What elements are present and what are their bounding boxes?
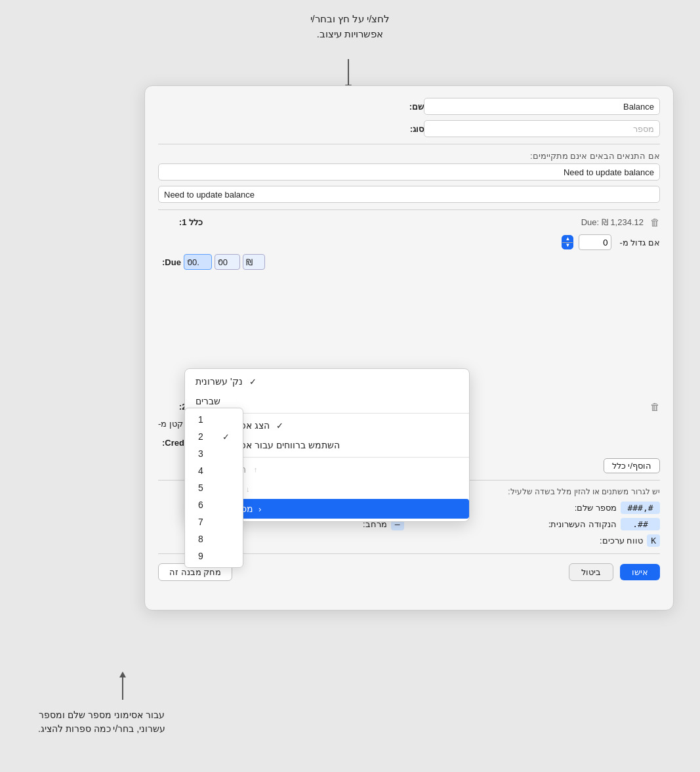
tooltip-bottom-text: עבור אסימוני מספר שלם ומספר עשרוני, בחר/… bbox=[38, 710, 165, 734]
format-range-label: טווח ערכים: bbox=[584, 536, 643, 546]
add-rule-button[interactable]: הוסף/י כלל bbox=[604, 458, 660, 473]
type-row: סוג: bbox=[158, 120, 660, 137]
rule1-due-row: ₪ 00 .00 Due: bbox=[158, 254, 660, 270]
main-panel: שם: סוג: אם התנאים הבאים אינם מתקיימים: … bbox=[144, 85, 674, 611]
condition-value-row: Need to update balance bbox=[158, 186, 660, 203]
menu-check-trailing-zeros: ✓ bbox=[275, 421, 285, 431]
tooltip-top-arrow bbox=[348, 59, 349, 85]
rule1-minutes-select[interactable]: 00 bbox=[215, 254, 240, 270]
rule1-currency-select[interactable]: ₪ bbox=[243, 254, 265, 270]
menu-label-decimal: נק' עשרונית bbox=[196, 376, 243, 387]
format-decimal-badge[interactable]: ##. bbox=[621, 518, 660, 530]
condition-label: אם התנאים הבאים אינם מתקיימים: bbox=[158, 151, 660, 161]
tooltip-top-line2: אפשרויות עיצוב. bbox=[317, 28, 383, 39]
rule1-currency-select-wrap: ₪ bbox=[243, 254, 265, 270]
name-row: שם: bbox=[158, 98, 660, 115]
rule1-label: כלל 1: bbox=[163, 217, 203, 227]
tooltip-bottom-arrow bbox=[122, 677, 123, 700]
format-full-number-label: מספר שלם: bbox=[558, 503, 617, 513]
rule1-if-label: אם גדול מ- bbox=[619, 238, 660, 247]
rule1-stepper[interactable]: ▲ ▼ bbox=[562, 235, 573, 249]
menu-label-fractions: שברים bbox=[196, 396, 220, 406]
format-range: K טווח ערכים: bbox=[415, 534, 661, 547]
type-input[interactable] bbox=[424, 120, 660, 137]
menu-item-decimal[interactable]: ✓ נק' עשרונית bbox=[185, 372, 469, 391]
picker-item-3[interactable]: 3 bbox=[185, 445, 243, 462]
rule1-header: 🗑 Due: ₪ 1,234.12 כלל 1: bbox=[158, 217, 660, 228]
cancel-button[interactable]: ביטול bbox=[569, 563, 613, 581]
rule1-minutes-select-wrap: 00 bbox=[215, 254, 240, 270]
rule1-due-text: Due: ₪ 1,234.12 bbox=[581, 217, 644, 227]
menu-check-decimal: ✓ bbox=[248, 377, 258, 387]
rule1-condition-row: אם גדול מ- ▲ ▼ bbox=[158, 230, 660, 250]
picker-item-6[interactable]: 6 bbox=[185, 496, 243, 513]
rule2-trash-icon[interactable]: 🗑 bbox=[650, 401, 660, 412]
remove-digit-arrow-icon: ↓ bbox=[246, 485, 250, 493]
format-decimal-label: הנקודה העשרונית: bbox=[548, 519, 617, 529]
rule1-due-label: Due: bbox=[162, 257, 181, 267]
condition-input[interactable] bbox=[158, 163, 660, 181]
condition-row bbox=[158, 163, 660, 181]
rule1-trash-icon[interactable]: 🗑 bbox=[650, 217, 660, 228]
picker-check-2: ✓ bbox=[222, 432, 230, 442]
rule1-decimal-select[interactable]: .00 bbox=[184, 254, 212, 270]
tooltip-top-line1: לחצ/י על חץ ובחר/י bbox=[310, 13, 390, 24]
name-input[interactable] bbox=[424, 98, 660, 115]
picker-item-2[interactable]: 2 ✓ bbox=[185, 428, 243, 445]
rule1-stepper-down[interactable]: ▼ bbox=[562, 243, 573, 249]
picker-item-5[interactable]: 5 bbox=[185, 479, 243, 496]
name-label: שם: bbox=[384, 102, 424, 112]
format-range-badge[interactable]: K bbox=[647, 534, 660, 547]
picker-item-7[interactable]: 7 bbox=[185, 513, 243, 530]
confirm-button[interactable]: אישו bbox=[620, 564, 660, 580]
condition-display: Need to update balance bbox=[158, 186, 660, 203]
rule1-stepper-up[interactable]: ▲ bbox=[562, 236, 573, 243]
add-digit-arrow-icon: ↑ bbox=[254, 465, 258, 473]
tooltip-top: לחצ/י על חץ ובחר/י אפשרויות עיצוב. bbox=[249, 12, 451, 41]
tooltip-bottom: עבור אסימוני מספר שלם ומספר עשרוני, בחר/… bbox=[26, 708, 177, 736]
number-picker: 1 2 ✓ 3 4 5 6 7 8 9 bbox=[184, 408, 243, 568]
format-full-number-badge[interactable]: #,### bbox=[621, 502, 660, 514]
picker-item-8[interactable]: 8 bbox=[185, 530, 243, 547]
submenu-arrow-icon: ‹ bbox=[258, 504, 261, 514]
type-label: סוג: bbox=[384, 124, 424, 134]
picker-item-9[interactable]: 9 bbox=[185, 547, 243, 565]
picker-item-1[interactable]: 1 bbox=[185, 411, 243, 428]
rule1-value-input[interactable] bbox=[579, 234, 611, 250]
picker-item-4[interactable]: 4 bbox=[185, 462, 243, 479]
rule1-decimal-select-wrap: .00 bbox=[184, 254, 212, 270]
